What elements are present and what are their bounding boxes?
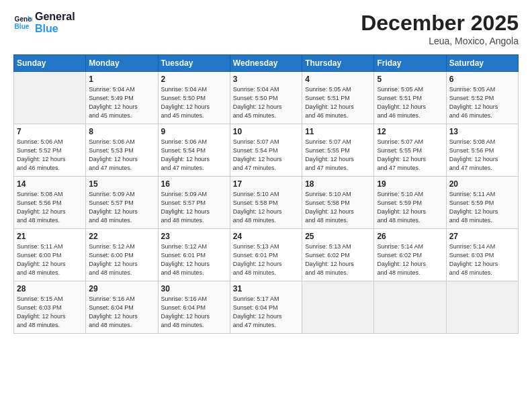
day-number: 8 bbox=[89, 127, 154, 136]
logo-line1: General bbox=[35, 11, 75, 23]
day-info: Sunrise: 5:17 AM Sunset: 6:04 PM Dayligh… bbox=[233, 295, 299, 330]
day-cell bbox=[14, 72, 86, 124]
day-cell bbox=[446, 281, 518, 334]
col-header-friday: Friday bbox=[374, 55, 446, 72]
day-number: 4 bbox=[305, 75, 371, 84]
day-number: 7 bbox=[17, 127, 83, 136]
day-cell: 11Sunrise: 5:07 AM Sunset: 5:55 PM Dayli… bbox=[302, 124, 374, 177]
day-cell: 23Sunrise: 5:12 AM Sunset: 6:01 PM Dayli… bbox=[158, 229, 230, 281]
day-number: 20 bbox=[449, 179, 515, 189]
day-cell: 17Sunrise: 5:10 AM Sunset: 5:58 PM Dayli… bbox=[230, 177, 302, 229]
day-number: 27 bbox=[449, 232, 515, 241]
day-number: 15 bbox=[89, 179, 154, 189]
day-cell: 14Sunrise: 5:08 AM Sunset: 5:56 PM Dayli… bbox=[14, 177, 86, 229]
day-info: Sunrise: 5:10 AM Sunset: 5:58 PM Dayligh… bbox=[305, 190, 371, 225]
day-cell: 26Sunrise: 5:14 AM Sunset: 6:02 PM Dayli… bbox=[374, 229, 446, 281]
day-number: 31 bbox=[233, 284, 299, 293]
day-info: Sunrise: 5:08 AM Sunset: 5:56 PM Dayligh… bbox=[449, 138, 515, 173]
logo-line2: Blue bbox=[35, 23, 75, 35]
day-cell: 3Sunrise: 5:04 AM Sunset: 5:50 PM Daylig… bbox=[230, 72, 302, 124]
day-cell bbox=[302, 281, 374, 334]
svg-text:Blue: Blue bbox=[15, 23, 30, 30]
day-number: 23 bbox=[161, 232, 227, 241]
day-info: Sunrise: 5:07 AM Sunset: 5:55 PM Dayligh… bbox=[305, 138, 371, 173]
col-header-sunday: Sunday bbox=[14, 55, 86, 72]
day-number: 24 bbox=[233, 232, 299, 241]
day-cell: 28Sunrise: 5:15 AM Sunset: 6:03 PM Dayli… bbox=[14, 281, 86, 334]
day-number: 2 bbox=[161, 75, 227, 84]
day-cell: 12Sunrise: 5:07 AM Sunset: 5:55 PM Dayli… bbox=[374, 124, 446, 177]
day-cell: 21Sunrise: 5:11 AM Sunset: 6:00 PM Dayli… bbox=[14, 229, 86, 281]
header-row: SundayMondayTuesdayWednesdayThursdayFrid… bbox=[14, 55, 519, 72]
day-number: 9 bbox=[161, 127, 227, 136]
day-info: Sunrise: 5:06 AM Sunset: 5:52 PM Dayligh… bbox=[17, 138, 83, 173]
day-number: 18 bbox=[305, 179, 371, 189]
day-info: Sunrise: 5:10 AM Sunset: 5:58 PM Dayligh… bbox=[233, 190, 299, 225]
day-info: Sunrise: 5:06 AM Sunset: 5:53 PM Dayligh… bbox=[89, 138, 154, 173]
day-cell: 2Sunrise: 5:04 AM Sunset: 5:50 PM Daylig… bbox=[158, 72, 230, 124]
day-number: 14 bbox=[17, 179, 83, 189]
day-info: Sunrise: 5:06 AM Sunset: 5:54 PM Dayligh… bbox=[161, 138, 227, 173]
week-row-1: 7Sunrise: 5:06 AM Sunset: 5:52 PM Daylig… bbox=[14, 124, 519, 177]
week-row-3: 21Sunrise: 5:11 AM Sunset: 6:00 PM Dayli… bbox=[14, 229, 519, 281]
day-number: 16 bbox=[161, 179, 227, 189]
day-info: Sunrise: 5:07 AM Sunset: 5:54 PM Dayligh… bbox=[233, 138, 299, 173]
day-number: 1 bbox=[89, 75, 154, 84]
day-cell: 20Sunrise: 5:11 AM Sunset: 5:59 PM Dayli… bbox=[446, 177, 518, 229]
day-number: 22 bbox=[89, 232, 154, 241]
day-info: Sunrise: 5:05 AM Sunset: 5:51 PM Dayligh… bbox=[305, 85, 371, 120]
title-block: December 2025 Leua, Moxico, Angola bbox=[361, 11, 519, 46]
day-cell: 13Sunrise: 5:08 AM Sunset: 5:56 PM Dayli… bbox=[446, 124, 518, 177]
day-cell: 9Sunrise: 5:06 AM Sunset: 5:54 PM Daylig… bbox=[158, 124, 230, 177]
day-cell: 7Sunrise: 5:06 AM Sunset: 5:52 PM Daylig… bbox=[14, 124, 86, 177]
day-number: 6 bbox=[449, 75, 515, 84]
day-cell: 29Sunrise: 5:16 AM Sunset: 6:04 PM Dayli… bbox=[86, 281, 158, 334]
day-cell: 19Sunrise: 5:10 AM Sunset: 5:59 PM Dayli… bbox=[374, 177, 446, 229]
day-info: Sunrise: 5:05 AM Sunset: 5:52 PM Dayligh… bbox=[449, 85, 515, 120]
logo-icon: General Blue bbox=[13, 13, 32, 32]
day-info: Sunrise: 5:16 AM Sunset: 6:04 PM Dayligh… bbox=[161, 295, 227, 330]
day-cell: 1Sunrise: 5:04 AM Sunset: 5:49 PM Daylig… bbox=[86, 72, 158, 124]
day-cell: 5Sunrise: 5:05 AM Sunset: 5:51 PM Daylig… bbox=[374, 72, 446, 124]
day-cell: 4Sunrise: 5:05 AM Sunset: 5:51 PM Daylig… bbox=[302, 72, 374, 124]
day-info: Sunrise: 5:16 AM Sunset: 6:04 PM Dayligh… bbox=[89, 295, 154, 330]
day-info: Sunrise: 5:08 AM Sunset: 5:56 PM Dayligh… bbox=[17, 190, 83, 225]
day-number: 25 bbox=[305, 232, 371, 241]
day-number: 30 bbox=[161, 284, 227, 293]
day-info: Sunrise: 5:04 AM Sunset: 5:50 PM Dayligh… bbox=[161, 85, 227, 120]
day-info: Sunrise: 5:07 AM Sunset: 5:55 PM Dayligh… bbox=[377, 138, 443, 173]
day-number: 11 bbox=[305, 127, 371, 136]
day-info: Sunrise: 5:12 AM Sunset: 6:00 PM Dayligh… bbox=[89, 242, 154, 277]
day-info: Sunrise: 5:11 AM Sunset: 5:59 PM Dayligh… bbox=[449, 190, 515, 225]
month-title: December 2025 bbox=[361, 11, 519, 36]
week-row-0: 1Sunrise: 5:04 AM Sunset: 5:49 PM Daylig… bbox=[14, 72, 519, 124]
col-header-thursday: Thursday bbox=[302, 55, 374, 72]
day-info: Sunrise: 5:09 AM Sunset: 5:57 PM Dayligh… bbox=[161, 190, 227, 225]
day-info: Sunrise: 5:05 AM Sunset: 5:51 PM Dayligh… bbox=[377, 85, 443, 120]
day-number: 28 bbox=[17, 284, 83, 293]
day-info: Sunrise: 5:15 AM Sunset: 6:03 PM Dayligh… bbox=[17, 295, 83, 330]
header: General Blue General Blue December 2025 … bbox=[13, 11, 519, 46]
col-header-wednesday: Wednesday bbox=[230, 55, 302, 72]
calendar-table: SundayMondayTuesdayWednesdayThursdayFrid… bbox=[13, 54, 519, 334]
day-info: Sunrise: 5:09 AM Sunset: 5:57 PM Dayligh… bbox=[89, 190, 154, 225]
day-number: 10 bbox=[233, 127, 299, 136]
week-row-2: 14Sunrise: 5:08 AM Sunset: 5:56 PM Dayli… bbox=[14, 177, 519, 229]
logo: General Blue General Blue bbox=[13, 11, 75, 34]
day-number: 26 bbox=[377, 232, 443, 241]
day-cell: 18Sunrise: 5:10 AM Sunset: 5:58 PM Dayli… bbox=[302, 177, 374, 229]
day-cell: 25Sunrise: 5:13 AM Sunset: 6:02 PM Dayli… bbox=[302, 229, 374, 281]
day-cell: 24Sunrise: 5:13 AM Sunset: 6:01 PM Dayli… bbox=[230, 229, 302, 281]
svg-text:General: General bbox=[15, 15, 32, 23]
day-cell: 10Sunrise: 5:07 AM Sunset: 5:54 PM Dayli… bbox=[230, 124, 302, 177]
day-number: 21 bbox=[17, 232, 83, 241]
day-number: 17 bbox=[233, 179, 299, 189]
day-info: Sunrise: 5:14 AM Sunset: 6:03 PM Dayligh… bbox=[449, 242, 515, 277]
day-number: 5 bbox=[377, 75, 443, 84]
day-info: Sunrise: 5:13 AM Sunset: 6:02 PM Dayligh… bbox=[305, 242, 371, 277]
day-cell: 30Sunrise: 5:16 AM Sunset: 6:04 PM Dayli… bbox=[158, 281, 230, 334]
day-cell: 6Sunrise: 5:05 AM Sunset: 5:52 PM Daylig… bbox=[446, 72, 518, 124]
day-cell: 8Sunrise: 5:06 AM Sunset: 5:53 PM Daylig… bbox=[86, 124, 158, 177]
day-info: Sunrise: 5:14 AM Sunset: 6:02 PM Dayligh… bbox=[377, 242, 443, 277]
day-info: Sunrise: 5:04 AM Sunset: 5:50 PM Dayligh… bbox=[233, 85, 299, 120]
